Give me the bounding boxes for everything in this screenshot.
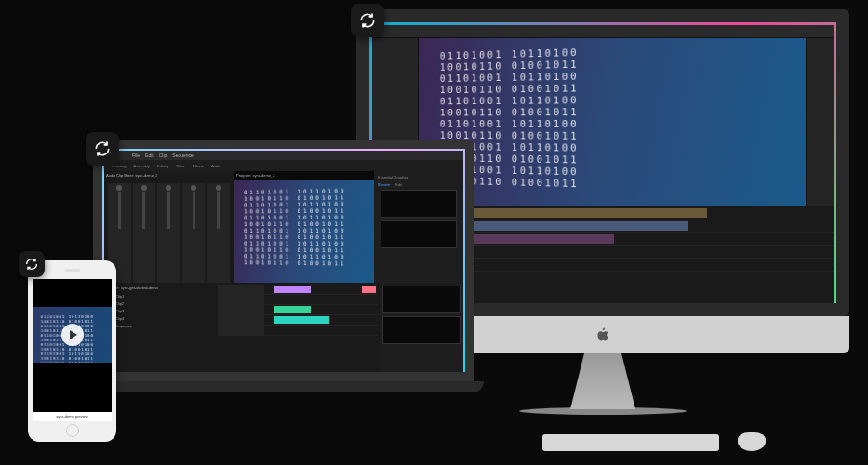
properties-panel[interactable]	[806, 38, 834, 206]
mixer-channel[interactable]	[157, 183, 180, 287]
track-header[interactable]	[218, 295, 264, 304]
composition-preview[interactable]: 01101001 10110100 10010110 01001011 0110…	[419, 38, 806, 206]
graphics-template[interactable]	[381, 190, 457, 218]
video-clip[interactable]	[362, 286, 376, 293]
bin-item[interactable]: Clip1	[107, 292, 213, 299]
workspace-tab[interactable]: Effects	[193, 164, 204, 168]
track-header[interactable]	[218, 315, 264, 325]
bin-item[interactable]: Clip4	[107, 314, 213, 322]
panel-title: Project: sync-get-started-demo	[107, 286, 213, 290]
menu-item[interactable]: Edit	[145, 153, 154, 158]
laptop-screen: File Edit Clip Sequence Learning Assembl…	[93, 140, 474, 381]
mixer-channel[interactable]	[182, 183, 206, 287]
iphone-screen[interactable]: 01101001 10110100 10010110 01001011 0110…	[33, 279, 112, 421]
program-monitor[interactable]: Program: sync-demo_2 01101001 10110100 1…	[234, 171, 374, 283]
video-caption: sync-demo preview	[33, 412, 112, 421]
menu-item[interactable]: Sequence	[172, 153, 194, 158]
audio-mixer-panel[interactable]: Audio Clip Mixer: sync-demo_2	[104, 171, 234, 283]
bin-item[interactable]: Clip2	[107, 299, 213, 307]
panel-thumb[interactable]	[382, 316, 461, 344]
bin-item[interactable]: Clip3	[107, 307, 213, 314]
menu-item[interactable]: Clip	[159, 153, 167, 158]
video-preview[interactable]: 01101001 10110100 10010110 01001011 0110…	[33, 307, 112, 363]
speaker	[65, 269, 80, 272]
binary-visual: 01101001 10110100 10010110 01001011 0110…	[434, 38, 806, 206]
laptop: File Edit Clip Sequence Learning Assembl…	[93, 140, 474, 392]
apple-logo-icon	[594, 326, 611, 343]
panel-title: Audio Clip Mixer: sync-demo_2	[104, 171, 234, 179]
timeline-panel[interactable]	[216, 283, 380, 376]
imac-stand	[556, 353, 649, 409]
menu-item[interactable]: File	[132, 153, 140, 158]
track-header[interactable]	[218, 285, 264, 294]
iphone-body: 01101001 10110100 10010110 01001011 0110…	[28, 260, 116, 442]
mixer-channel[interactable]	[133, 183, 156, 287]
right-panels[interactable]	[380, 283, 463, 376]
video-clip[interactable]	[274, 286, 311, 293]
laptop-base	[84, 381, 484, 392]
audio-clip[interactable]	[274, 306, 311, 313]
graphics-template[interactable]	[381, 220, 457, 248]
sync-icon[interactable]	[19, 251, 45, 277]
bin-item[interactable]: Sequence	[107, 322, 213, 329]
workspace-tab[interactable]: Color	[176, 164, 185, 168]
iphone: 01101001 10110100 10010110 01001011 0110…	[28, 260, 116, 442]
mixer-channel[interactable]	[207, 183, 230, 287]
tab[interactable]: Browse	[378, 182, 390, 187]
home-button[interactable]	[66, 424, 79, 437]
track-header[interactable]	[218, 305, 264, 314]
sync-icon[interactable]	[351, 4, 384, 37]
play-button[interactable]	[61, 324, 84, 346]
track-header[interactable]	[218, 326, 264, 335]
workspace-tab[interactable]: Audio	[211, 164, 220, 168]
sync-icon[interactable]	[86, 132, 119, 166]
audio-clip[interactable]	[274, 316, 329, 324]
workspace-tab[interactable]: Assembly	[134, 164, 150, 168]
essential-graphics-panel[interactable]: Essential Graphics Browse Edit	[374, 171, 463, 283]
panel-title: Program: sync-demo_2	[234, 171, 374, 179]
workspace-tab[interactable]: Editing	[157, 164, 168, 168]
app-menubar[interactable]: File Edit Clip Sequence	[104, 151, 463, 160]
project-panel[interactable]: Project: sync-get-started-demo Clip1 Cli…	[104, 283, 216, 376]
binary-visual: 01101001 10110100 10010110 01001011 0110…	[237, 179, 374, 283]
premiere-editor[interactable]: File Edit Clip Sequence Learning Assembl…	[104, 151, 463, 370]
workspace-tabs[interactable]: Learning Assembly Editing Color Effects …	[104, 160, 463, 171]
editor-menubar[interactable]	[372, 25, 834, 38]
panel-thumb[interactable]	[382, 286, 461, 313]
tab[interactable]: Edit	[395, 182, 402, 187]
keyboard	[542, 434, 719, 451]
panel-title: Essential Graphics	[378, 175, 460, 179]
mouse	[738, 432, 766, 451]
